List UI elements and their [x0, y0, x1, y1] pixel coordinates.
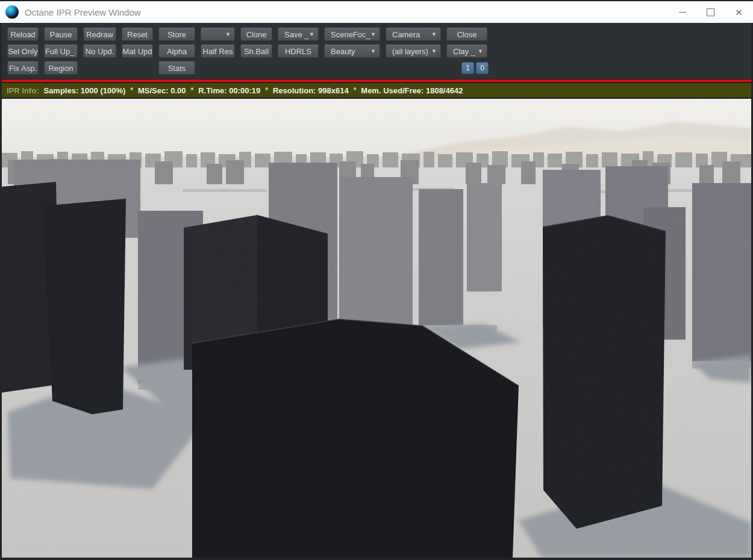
resolution-value: Resolution: 998x614 [273, 86, 349, 95]
hdrls-button[interactable]: HDRLS [278, 45, 319, 58]
reset-button[interactable]: Reset [122, 28, 153, 41]
maximize-button[interactable] [696, 1, 725, 23]
scene-focus-dropdown[interactable]: SceneFoc_▼ [324, 28, 380, 41]
chevron-down-icon: ▼ [431, 48, 437, 54]
minimize-icon [679, 12, 686, 13]
maximize-icon [707, 8, 714, 16]
separator: * [130, 86, 133, 95]
chevron-down-icon: ▼ [478, 48, 483, 54]
clone-button[interactable]: Clone [240, 28, 272, 41]
window-title: Octane IPR Preview Window [25, 7, 141, 17]
store-button[interactable]: Store [158, 28, 195, 41]
memory-value: Mem. Used/Free: 1808/4642 [361, 86, 463, 95]
redraw-button[interactable]: Redraw [83, 28, 116, 41]
rendered-scene [2, 99, 751, 558]
reload-button[interactable]: Reload [7, 28, 39, 41]
octane-ipr-window: Octane IPR Preview Window ✕ Reload Pause… [0, 0, 753, 560]
render-time-value: R.Time: 00:00:19 [198, 86, 260, 95]
stats-button[interactable]: Stats [158, 61, 195, 75]
separator: * [265, 86, 268, 95]
layers-dropdown[interactable]: (all layers)▼ [386, 45, 441, 58]
region-button[interactable]: Region [44, 61, 78, 75]
sel-only-button[interactable]: Sel Only [7, 45, 39, 58]
render-noise-overlay [2, 99, 751, 558]
viewport-toggle-group: 1 0 [461, 62, 489, 74]
window-controls: ✕ [668, 1, 753, 23]
title-bar[interactable]: Octane IPR Preview Window ✕ [0, 0, 753, 23]
close-ipr-button[interactable]: Close [446, 28, 487, 41]
shader-ball-button[interactable]: Sh.Ball [240, 45, 272, 58]
no-update-button[interactable]: No Upd. [83, 45, 116, 58]
separator: * [190, 86, 193, 95]
pause-button[interactable]: Pause [44, 28, 78, 41]
store-slot-dropdown[interactable]: ▼ [201, 28, 235, 41]
ipr-info-label: IPR Info: [7, 86, 39, 95]
chevron-down-icon: ▼ [370, 48, 376, 54]
close-button[interactable]: ✕ [725, 1, 753, 23]
separator: * [354, 86, 357, 95]
ipr-info-bar: IPR Info: Samples: 1000 (100%) * MS/Sec:… [2, 83, 751, 98]
chevron-down-icon: ▼ [370, 31, 376, 37]
octane-logo-icon [5, 5, 19, 19]
toggle-zero-button[interactable]: 0 [476, 62, 489, 74]
samples-value: Samples: 1000 (100%) [43, 86, 125, 95]
toolbar-grid: Reload Pause Redraw Reset Store ▼ Clone … [7, 28, 487, 75]
clay-mode-dropdown[interactable]: Clay _▼ [446, 45, 487, 58]
mat-update-button[interactable]: Mat Upd [122, 45, 153, 58]
chevron-down-icon: ▼ [431, 31, 437, 37]
half-res-button[interactable]: Half Res [201, 45, 235, 58]
camera-dropdown[interactable]: Camera▼ [386, 28, 441, 41]
render-pass-dropdown[interactable]: Beauty▼ [324, 45, 380, 58]
fix-aspect-button[interactable]: Fix Asp. [7, 61, 39, 75]
render-viewport[interactable] [2, 99, 751, 558]
close-icon: ✕ [735, 8, 743, 17]
minimize-button[interactable] [668, 1, 696, 23]
save-dropdown[interactable]: Save _▼ [278, 28, 319, 41]
alpha-button[interactable]: Alpha [158, 45, 195, 58]
render-progress-bar [2, 79, 751, 83]
toolbar: Reload Pause Redraw Reset Store ▼ Clone … [2, 23, 751, 79]
full-update-button[interactable]: Full Up_. [44, 45, 78, 58]
ms-sec-value: MS/Sec: 0.00 [138, 86, 186, 95]
chevron-down-icon: ▼ [225, 31, 231, 37]
toggle-one-button[interactable]: 1 [461, 62, 474, 74]
chevron-down-icon: ▼ [309, 31, 314, 37]
